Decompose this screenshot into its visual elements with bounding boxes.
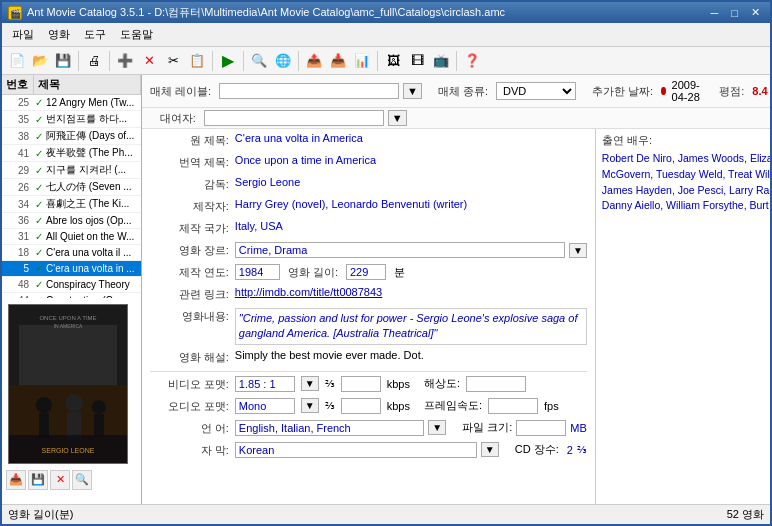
toolbar-paste[interactable]: 📋 (186, 50, 208, 72)
language-dropdown[interactable]: ▼ (428, 420, 446, 435)
close-btn[interactable]: ✕ (747, 6, 764, 19)
imdb-url[interactable]: http://imdb.com/title/tt0087843 (235, 286, 382, 298)
list-item[interactable]: 48 ✓ Conspiracy Theory (2, 277, 141, 293)
menu-file[interactable]: 파일 (6, 25, 40, 44)
genre-value: Crime, Drama (235, 242, 565, 258)
menu-tools[interactable]: 도구 (78, 25, 112, 44)
subtitle-dropdown[interactable]: ▼ (481, 442, 499, 457)
movie-num: 41 (4, 148, 32, 159)
toolbar-img2[interactable]: 🎞 (406, 50, 428, 72)
list-item[interactable]: 31 ✓ All Quiet on the W... (2, 229, 141, 245)
framerate-label: 프레임속도: (424, 398, 482, 413)
list-item[interactable]: 29 ✓ 지구를 지켜라! (... (2, 162, 141, 179)
notes-label: 영화 해설: (150, 349, 235, 365)
list-item[interactable]: 35 ✓ 번지점프를 하다... (2, 111, 141, 128)
toolbar-print[interactable]: 🖨 (83, 50, 105, 72)
year-length-row: 제작 연도: 1984 영화 길이: 229 분 (150, 264, 587, 282)
country-label: 제작 국가: (150, 220, 235, 236)
list-item[interactable]: 34 ✓ 喜劇之王 (The Ki... (2, 196, 141, 213)
toolbar-add[interactable]: ➕ (114, 50, 136, 72)
toolbar-go-green[interactable]: ▶ (217, 50, 239, 72)
year-label: 제작 연도: (150, 264, 235, 280)
year-value: 1984 (235, 264, 280, 280)
length-value: 229 (346, 264, 386, 280)
toolbar-sep-2 (109, 51, 110, 71)
list-header: 번호 제목 (2, 75, 141, 95)
renter-dropdown[interactable]: ▼ (388, 110, 407, 126)
director-label: 감독: (150, 176, 235, 192)
toolbar-open[interactable]: 📂 (29, 50, 51, 72)
maximize-btn[interactable]: □ (727, 7, 742, 19)
video-kbps-input[interactable] (341, 376, 381, 392)
svg-text:SERGIO LEONE: SERGIO LEONE (42, 447, 95, 454)
movie-title-text: C'era una volta il ... (46, 247, 139, 258)
translated-title-label: 번역 제목: (150, 154, 235, 170)
toolbar-save[interactable]: 💾 (52, 50, 74, 72)
movie-list[interactable]: 25 ✓ 12 Angry Men (Tw... 35 ✓ 번지점프를 하다..… (2, 95, 141, 298)
audio-format-value: Mono (235, 398, 295, 414)
toolbar-stats[interactable]: 📊 (351, 50, 373, 72)
filesize-input[interactable] (516, 420, 566, 436)
btn-delete-poster[interactable]: ✕ (50, 470, 70, 490)
language-row: 언 어: English, Italian, French ▼ 파일 크기: M… (150, 420, 587, 438)
toolbar-delete[interactable]: ✕ (138, 50, 160, 72)
video-dropdown[interactable]: ▼ (301, 376, 319, 391)
renter-bar: 대여자: ▼ (142, 108, 770, 129)
toolbar-help[interactable]: ❓ (461, 50, 483, 72)
country-value: Italy, USA (235, 220, 587, 232)
list-item[interactable]: 38 ✓ 阿飛正傳 (Days of... (2, 128, 141, 145)
renter-input[interactable] (204, 110, 384, 126)
toolbar-web[interactable]: 🌐 (272, 50, 294, 72)
divider-1 (150, 371, 587, 372)
audio-format-row: 오디오 포맷: Mono ▼ ⅔ kbps 프레임속도: fps (150, 398, 587, 416)
list-item[interactable]: 26 ✓ 七人の侍 (Seven ... (2, 179, 141, 196)
minimize-btn[interactable]: ─ (707, 7, 723, 19)
list-item[interactable]: 5 ✓ C'era una volta in ... (2, 261, 141, 277)
original-title-value: C'era una volta in America (235, 132, 587, 144)
cast-label: 출연 배우: (602, 133, 770, 148)
list-item[interactable]: 36 ✓ Abre los ojos (Op... (2, 213, 141, 229)
resolution-input[interactable] (466, 376, 526, 392)
genre-dropdown-icon[interactable]: ▼ (569, 243, 587, 258)
media-label-dropdown[interactable]: ▼ (403, 83, 422, 99)
audio-dropdown[interactable]: ▼ (301, 398, 319, 413)
movie-check: ✓ (32, 199, 46, 210)
toolbar-search[interactable]: 🔍 (248, 50, 270, 72)
list-item[interactable]: 41 ✓ 夜半歌聲 (The Ph... (2, 145, 141, 162)
video-kbps-icon: ⅔ (325, 378, 335, 389)
svg-rect-8 (94, 414, 104, 436)
audio-kbps-input[interactable] (341, 398, 381, 414)
menu-help[interactable]: 도움말 (114, 25, 159, 44)
toolbar-img3[interactable]: 📺 (430, 50, 452, 72)
movie-title-text: C'era una volta in ... (46, 263, 139, 274)
media-label-input[interactable] (219, 83, 399, 99)
movie-title-text: All Quiet on the W... (46, 231, 139, 242)
length-label: 영화 길이: (288, 265, 338, 280)
description-row: 영화내용: "Crime, passion and lust for power… (150, 308, 587, 345)
subtitle-row: 자 막: Korean ▼ CD 장수: 2 ⅔ (150, 442, 587, 460)
date-group: 추가한 날짜: 2009-04-28 (592, 79, 703, 103)
menu-movie[interactable]: 영화 (42, 25, 76, 44)
framerate-input[interactable] (488, 398, 538, 414)
btn-view-poster[interactable]: 🔍 (72, 470, 92, 490)
toolbar-export[interactable]: 📥 (327, 50, 349, 72)
movie-title-text: 阿飛正傳 (Days of... (46, 129, 139, 143)
svg-text:IN AMERICA: IN AMERICA (54, 323, 84, 329)
btn-add-poster[interactable]: 📥 (6, 470, 26, 490)
toolbar-img1[interactable]: 🖼 (382, 50, 404, 72)
list-item[interactable]: 25 ✓ 12 Angry Men (Tw... (2, 95, 141, 111)
list-item[interactable]: 18 ✓ C'era una volta il ... (2, 245, 141, 261)
media-kind-label: 매체 종류: (438, 84, 492, 99)
toolbar-import[interactable]: 📤 (303, 50, 325, 72)
bottom-left-text: 영화 길이(분) (8, 507, 73, 522)
toolbar-new[interactable]: 📄 (6, 50, 28, 72)
svg-point-7 (92, 400, 106, 414)
btn-save-poster[interactable]: 💾 (28, 470, 48, 490)
movie-check: ✓ (32, 247, 46, 258)
toolbar-cut[interactable]: ✂ (162, 50, 184, 72)
media-kind-select[interactable]: DVD (496, 82, 576, 100)
toolbar-file-group: 📄 📂 💾 (6, 50, 74, 72)
bottom-bar: 영화 길이(분) 52 영화 (2, 504, 770, 524)
framerate-unit: fps (544, 400, 559, 412)
audio-kbps-icon: ⅔ (325, 400, 335, 411)
